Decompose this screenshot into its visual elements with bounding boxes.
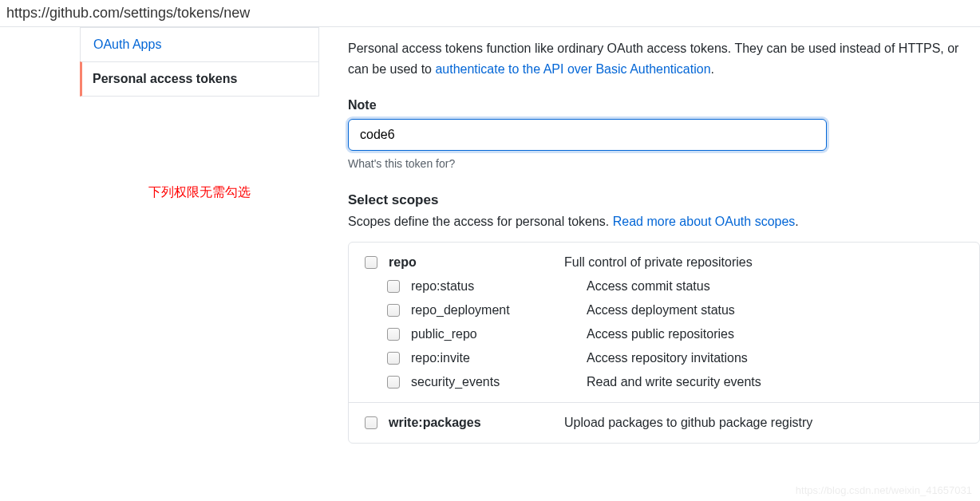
scope-row-security-events: security_events Read and write security … (365, 375, 963, 389)
scope-desc: Access commit status (587, 279, 710, 294)
scope-group-repo: repo Full control of private repositorie… (349, 243, 979, 403)
scope-name: write:packages (389, 416, 564, 430)
annotation-text: 下列权限无需勾选 (80, 184, 319, 201)
scope-desc: Upload packages to github package regist… (564, 416, 812, 430)
url-bar[interactable]: https://github.com/settings/tokens/new (0, 0, 980, 27)
auth-api-link[interactable]: authenticate to the API over Basic Authe… (435, 62, 710, 76)
checkbox-security-events[interactable] (387, 376, 400, 389)
note-input[interactable] (348, 119, 827, 151)
scope-desc: Access deployment status (587, 303, 735, 318)
scope-desc: Full control of private repositories (564, 255, 753, 270)
scopes-box: repo Full control of private repositorie… (348, 242, 980, 444)
scope-name: repo:status (411, 279, 587, 294)
scopes-doc-link[interactable]: Read more about OAuth scopes (613, 215, 796, 228)
checkbox-write-packages[interactable] (365, 416, 377, 429)
scope-desc: Access repository invitations (587, 351, 748, 365)
sidebar-item-personal-access-tokens[interactable]: Personal access tokens (80, 61, 319, 97)
scopes-desc: Scopes define the access for personal to… (348, 215, 980, 229)
scope-row-repo: repo Full control of private repositorie… (365, 255, 963, 270)
main-content: Personal access tokens function like ord… (319, 27, 980, 444)
scope-name: repo (389, 255, 564, 270)
scope-name: repo_deployment (411, 303, 587, 318)
scope-desc: Access public repositories (587, 327, 734, 341)
scope-row-repo-invite: repo:invite Access repository invitation… (365, 351, 963, 365)
intro-text: Personal access tokens function like ord… (348, 38, 980, 79)
checkbox-repo-invite[interactable] (387, 352, 400, 365)
scopes-heading: Select scopes (348, 192, 980, 208)
intro-part2: . (711, 62, 714, 76)
checkbox-public-repo[interactable] (387, 328, 400, 341)
checkbox-repo[interactable] (365, 256, 377, 269)
checkbox-repo-deployment[interactable] (387, 304, 400, 317)
scopes-desc-prefix: Scopes define the access for personal to… (348, 215, 613, 228)
checkbox-repo-status[interactable] (387, 280, 400, 293)
scope-row-public-repo: public_repo Access public repositories (365, 327, 963, 341)
sidebar-item-oauth-apps[interactable]: OAuth Apps (80, 27, 319, 61)
page-container: OAuth Apps Personal access tokens 下列权限无需… (0, 27, 980, 444)
note-label: Note (348, 98, 980, 112)
scope-row-write-packages: write:packages Upload packages to github… (365, 416, 963, 430)
note-help: What's this token for? (348, 157, 980, 170)
scope-name: security_events (411, 375, 587, 389)
scope-row-repo-deployment: repo_deployment Access deployment status (365, 303, 963, 318)
scope-name: public_repo (411, 327, 587, 341)
scope-group-write-packages: write:packages Upload packages to github… (349, 403, 979, 443)
scope-desc: Read and write security events (587, 375, 761, 389)
scopes-desc-suffix: . (795, 215, 798, 228)
sidebar: OAuth Apps Personal access tokens 下列权限无需… (80, 27, 319, 444)
scope-row-repo-status: repo:status Access commit status (365, 279, 963, 294)
scope-name: repo:invite (411, 351, 587, 365)
